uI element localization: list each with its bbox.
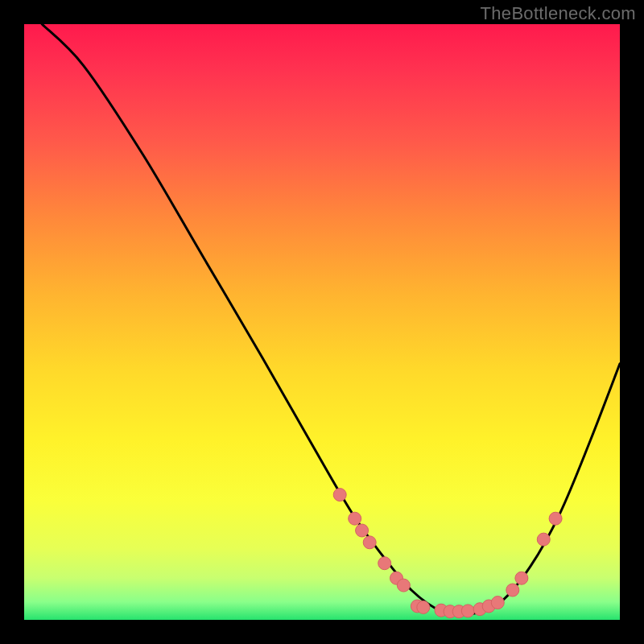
marker-group (333, 489, 562, 618)
watermark-text: TheBottleneck.com (481, 3, 636, 24)
marker-dot (506, 584, 519, 597)
marker-dot (333, 489, 346, 502)
plot-svg (24, 24, 620, 620)
marker-dot (378, 557, 391, 570)
marker-dot (537, 533, 550, 546)
marker-dot (363, 536, 376, 549)
marker-dot (417, 601, 430, 613)
marker-dot (515, 572, 528, 584)
marker-dot (349, 512, 361, 525)
marker-dot (397, 579, 410, 592)
bottleneck-curve (42, 24, 620, 615)
marker-dot (356, 524, 369, 537)
chart-area (24, 24, 620, 620)
marker-dot (549, 512, 562, 525)
marker-dot (491, 597, 504, 609)
marker-dot (461, 605, 474, 617)
